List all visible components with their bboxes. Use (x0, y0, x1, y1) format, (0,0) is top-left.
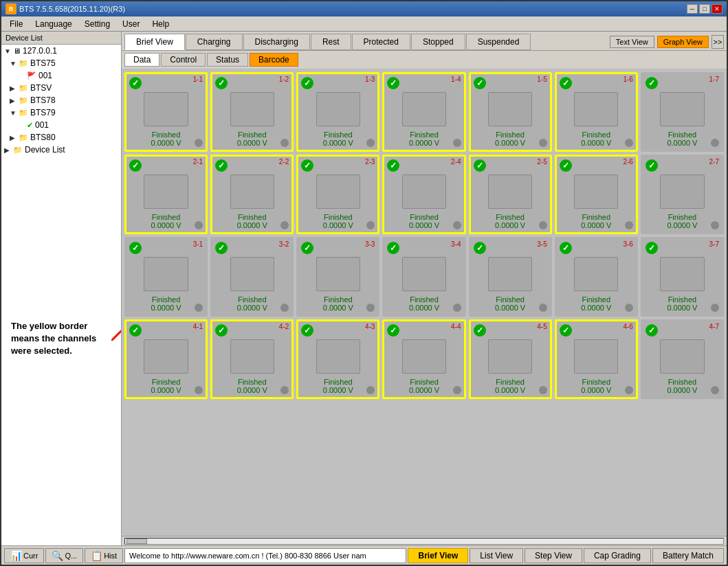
channel-status-text: Finished (582, 378, 610, 386)
close-button[interactable]: ✕ (712, 4, 723, 14)
channel-value-text: 0.0000 V (581, 139, 611, 147)
tab-discharging[interactable]: Discharging (243, 34, 310, 50)
maximize-button[interactable]: □ (699, 4, 710, 14)
channel-cell-3-5[interactable]: 3-5✓Finished0.0000 V (469, 237, 552, 317)
channel-cell-1-2[interactable]: 1-2✓Finished0.0000 V (210, 72, 294, 152)
hist-label: Hist (104, 552, 117, 560)
folder-icon: 📁 (19, 133, 28, 142)
sidebar-item-bts79[interactable]: ▼ 📁 BTS79 (1, 106, 121, 119)
channel-cell-4-7[interactable]: 4-7✓Finished0.0000 V (641, 319, 724, 399)
sidebar-header: Device List (1, 32, 121, 45)
subtab-barcode[interactable]: Barcode (250, 53, 298, 67)
channel-check-icon: ✓ (215, 324, 228, 337)
channel-cell-2-6[interactable]: 2-6✓Finished0.0000 V (555, 155, 638, 234)
channel-value-text: 0.0000 V (323, 304, 353, 312)
channel-connector-icon (366, 304, 375, 312)
channel-slot (574, 257, 618, 291)
subtab-control[interactable]: Control (161, 53, 206, 67)
tab-stopped[interactable]: Stopped (411, 34, 465, 50)
sidebar-item-bts80[interactable]: ▶ 📁 BTS80 (1, 131, 121, 144)
channel-status-text: Finished (324, 213, 353, 221)
scrollbar-thumb[interactable] (126, 539, 147, 544)
tab-charging[interactable]: Charging (186, 34, 243, 50)
channel-cell-3-2[interactable]: 3-2✓Finished0.0000 V (210, 237, 294, 317)
tree-label: BTS75 (30, 58, 56, 68)
menu-setting[interactable]: Setting (79, 18, 115, 30)
tab-protected[interactable]: Protected (352, 34, 410, 50)
more-tabs-button[interactable]: >> (712, 35, 724, 49)
channel-check-icon: ✓ (387, 159, 399, 172)
channel-cell-1-4[interactable]: 1-4✓Finished0.0000 V (382, 72, 465, 152)
text-view-button[interactable]: Text View (610, 36, 654, 48)
hist-button[interactable]: 📋 Hist (85, 548, 123, 563)
folder-icon: 📁 (19, 96, 28, 105)
channel-connector-icon (195, 221, 203, 229)
sidebar-item-bts78[interactable]: ▶ 📁 BTS78 (1, 94, 121, 106)
minimize-button[interactable]: ─ (687, 4, 698, 14)
tab-suspended[interactable]: Suspended (466, 34, 531, 50)
channel-cell-1-3[interactable]: 1-3✓Finished0.0000 V (296, 72, 379, 152)
channel-number: 3-2 (279, 240, 289, 248)
channel-cell-4-3[interactable]: 4-3✓Finished0.0000 V (296, 319, 379, 399)
channel-value-text: 0.0000 V (151, 139, 181, 147)
channel-slot (402, 339, 446, 374)
channel-cell-3-7[interactable]: 3-7✓Finished0.0000 V (641, 237, 724, 317)
channel-cell-2-5[interactable]: 2-5✓Finished0.0000 V (469, 155, 552, 234)
channel-cell-2-1[interactable]: 2-1✓Finished0.0000 V (124, 155, 208, 234)
bottom-tab-battery-match[interactable]: Battery Match (652, 548, 724, 563)
menu-help[interactable]: Help (146, 18, 175, 30)
subtab-data[interactable]: Data (124, 53, 159, 67)
menu-language[interactable]: Language (30, 18, 77, 30)
channel-cell-2-4[interactable]: 2-4✓Finished0.0000 V (382, 155, 465, 234)
channel-status-text: Finished (496, 213, 525, 221)
horizontal-scrollbar[interactable] (122, 536, 727, 545)
channel-cell-3-6[interactable]: 3-6✓Finished0.0000 V (555, 237, 638, 317)
subtab-status[interactable]: Status (207, 53, 248, 67)
sidebar-item-bts79-001[interactable]: ✔ 001 (1, 119, 121, 131)
channel-cell-1-7[interactable]: 1-7✓Finished0.0000 V (641, 72, 724, 152)
channel-cell-3-1[interactable]: 3-1✓Finished0.0000 V (124, 237, 208, 317)
sidebar-item-bts75[interactable]: ▼ 📁 BTS75 (1, 57, 121, 69)
folder-icon: 📁 (19, 84, 28, 93)
channel-status-text: Finished (410, 131, 439, 139)
channel-cell-4-5[interactable]: 4-5✓Finished0.0000 V (469, 319, 552, 399)
tab-rest[interactable]: Rest (311, 34, 351, 50)
channel-cell-1-5[interactable]: 1-5✓Finished0.0000 V (469, 72, 552, 152)
channel-cell-2-3[interactable]: 2-3✓Finished0.0000 V (296, 155, 379, 234)
channel-cell-2-7[interactable]: 2-7✓Finished0.0000 V (641, 155, 724, 234)
curr-button[interactable]: 📊 Curr (4, 548, 44, 563)
sub-tabs: Data Control Status Barcode (122, 51, 727, 69)
sidebar-item-bts75-001[interactable]: 🚩 001 (1, 69, 121, 82)
bottom-tab-cap-grading[interactable]: Cap Grading (584, 548, 651, 563)
menu-user[interactable]: User (117, 18, 145, 30)
menu-file[interactable]: File (4, 18, 28, 30)
tree-label: 127.0.0.1 (23, 46, 57, 56)
channel-cell-4-4[interactable]: 4-4✓Finished0.0000 V (382, 319, 465, 399)
scrollbar-track[interactable] (124, 538, 724, 545)
channel-cell-2-2[interactable]: 2-2✓Finished0.0000 V (210, 155, 294, 234)
channel-check-icon: ✓ (560, 242, 572, 254)
channel-number: 1-7 (709, 76, 719, 83)
bottom-tab-step-view[interactable]: Step View (525, 548, 582, 563)
channel-cell-1-6[interactable]: 1-6✓Finished0.0000 V (555, 72, 638, 152)
menu-bar: File Language Setting User Help (1, 16, 727, 32)
graph-view-button[interactable]: Graph View (657, 36, 709, 48)
channel-slot (488, 339, 532, 374)
sidebar-item-btsv[interactable]: ▶ 📁 BTSV (1, 82, 121, 94)
channel-grid-container[interactable]: 1-1✓Finished0.0000 V1-2✓Finished0.0000 V… (122, 69, 727, 536)
channel-number: 4-1 (193, 323, 203, 330)
channel-cell-4-2[interactable]: 4-2✓Finished0.0000 V (210, 319, 294, 399)
bottom-tab-list-view[interactable]: List View (470, 548, 523, 563)
tab-brief-view[interactable]: Brief View (124, 34, 185, 50)
channel-cell-3-3[interactable]: 3-3✓Finished0.0000 V (296, 237, 379, 317)
sidebar-item-device-list[interactable]: ▶ 📁 Device List (1, 144, 121, 156)
sidebar-item-127001[interactable]: ▼ 🖥 127.0.0.1 (1, 45, 121, 57)
bottom-tab-brief-view[interactable]: Brief View (408, 548, 468, 563)
channel-value-text: 0.0000 V (237, 221, 267, 229)
channel-status-text: Finished (410, 378, 439, 386)
channel-cell-4-6[interactable]: 4-6✓Finished0.0000 V (555, 319, 638, 399)
channel-cell-1-1[interactable]: 1-1✓Finished0.0000 V (124, 72, 208, 152)
channel-cell-4-1[interactable]: 4-1✓Finished0.0000 V (124, 319, 208, 399)
channel-cell-3-4[interactable]: 3-4✓Finished0.0000 V (382, 237, 465, 317)
q-button[interactable]: 🔍 Q... (45, 548, 83, 563)
